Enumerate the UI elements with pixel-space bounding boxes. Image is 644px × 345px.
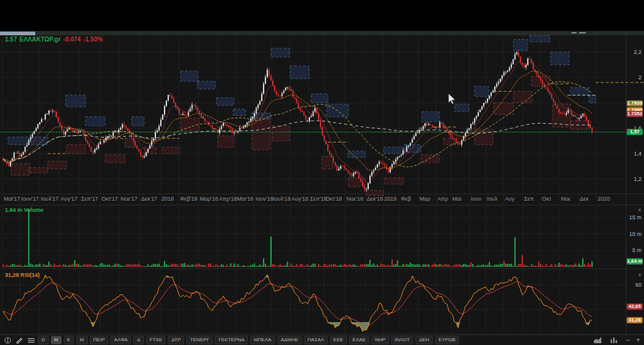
symbol-info: 1.57ΕΛΛΑΚΤΩΡ.gr-0.074-1.50% xyxy=(5,36,103,43)
ticker-button-ΜΠΕΛΑ[interactable]: ΜΠΕΛΑ xyxy=(250,336,275,344)
trading-app: 1.57ΕΛΛΑΚΤΩΡ.gr-0.074-1.50% 1.64 m Volum… xyxy=(0,0,644,345)
volume-close-button[interactable]: x xyxy=(638,207,641,212)
time-axis-label: Δεκ xyxy=(580,196,589,202)
ticker-button-ΕΕΕ[interactable]: ΕΕΕ xyxy=(330,336,347,344)
scrollbar-mark xyxy=(572,32,577,33)
time-axis-label: Ιουλ'17 xyxy=(41,196,59,202)
time-axis-label: Φεβ'18 xyxy=(180,196,197,202)
ticker-button-ΙΝΛΟΤ[interactable]: ΙΝΛΟΤ xyxy=(391,336,413,344)
ticker-button-ΕΧΑΕ[interactable]: ΕΧΑΕ xyxy=(349,336,369,344)
time-axis-label: Δεκ'18 xyxy=(367,196,383,202)
volume-value: 1.64 m xyxy=(5,207,22,213)
volume-last-tag: 1,64 m xyxy=(627,258,643,264)
ticker-button-ΑΔΜΗΕ[interactable]: ΑΔΜΗΕ xyxy=(277,336,302,344)
volume-tick-label: 15 m xyxy=(629,214,642,221)
time-axis-label: Νοε'18 xyxy=(346,196,363,202)
price-tick-label: 1,4 xyxy=(633,151,642,157)
rsi-close-button[interactable]: x xyxy=(638,272,641,277)
ticker-button-Ε[interactable]: Ε xyxy=(64,336,74,344)
time-axis-label: Αυγ xyxy=(505,196,514,202)
time-axis[interactable]: Μαϊ'17Ιουν'17Ιουλ'17Αυγ'17Σεπ'17Οκτ'17Νο… xyxy=(0,196,626,204)
volume-tick-label: 5 m xyxy=(632,247,642,253)
toolbar-right: − + xyxy=(593,335,640,344)
volume-indicator-title: 1.64 m Volume xyxy=(5,207,43,213)
ticker-button-D[interactable]: D xyxy=(38,336,49,344)
time-axis-label: Μαρ xyxy=(419,196,431,202)
time-axis-label: Αυγ'18 xyxy=(291,196,308,202)
time-axis-label: Ιουλ'18 xyxy=(273,196,291,202)
time-axis-label: Μαι xyxy=(452,196,462,202)
ticker-button-ΔΕΗ[interactable]: ΔΕΗ xyxy=(415,336,432,344)
time-axis-label: Οκτ'17 xyxy=(101,196,118,202)
scrollbar-thumb[interactable] xyxy=(0,32,35,35)
time-axis-label: Φεβ xyxy=(401,196,411,202)
rsi-value-tag: 42,65 xyxy=(627,304,643,310)
ticker-button-FTSE[interactable]: FTSE xyxy=(146,336,166,344)
ticker-button-strip: DΗΕΜΠΕΙΡΑΛΦΑΔFTSEΔΤΡΤΕΝΕΡΓΓΕΚΤΕΡΝΑΜΠΕΛΑΑ… xyxy=(38,336,459,344)
ticker-button-ΔΤΡ[interactable]: ΔΤΡ xyxy=(168,336,184,344)
time-axis-label: Απρ'18 xyxy=(219,196,237,202)
bar-chart-icon[interactable] xyxy=(609,336,619,344)
volume-label: Volume xyxy=(22,207,43,213)
symbol-name: ΕΛΛΑΚΤΩΡ.gr xyxy=(19,36,61,43)
rsi-label: RSI(14) xyxy=(19,272,40,278)
time-axis-label: Αυγ'17 xyxy=(61,196,77,202)
ma-price-tag: 1.7939 xyxy=(627,100,643,107)
bottom-toolbar: DΗΕΜΠΕΙΡΑΛΦΑΔFTSEΔΤΡΤΕΝΕΡΓΓΕΚΤΕΡΝΑΜΠΕΛΑΑ… xyxy=(0,334,644,345)
price-tick-label: 2,2 xyxy=(633,49,642,55)
ticker-button-ΓΕΚΤΕΡΝΑ[interactable]: ΓΕΚΤΕΡΝΑ xyxy=(215,336,248,344)
zoom-in-button[interactable]: + xyxy=(636,336,640,344)
price-tick-label: 1,2 xyxy=(633,176,642,182)
ticker-button-Η[interactable]: Η xyxy=(51,336,62,344)
time-axis-label: Μαϊ'17 xyxy=(4,196,20,202)
time-axis-label: Μαι'18 xyxy=(237,196,253,202)
time-axis-label: Μαρ'18 xyxy=(200,196,218,202)
price-change: -0.074 xyxy=(63,36,80,43)
ma-price-tag: 1.7252 xyxy=(627,111,643,117)
last-price-tag: 1,57 xyxy=(627,129,643,135)
time-axis-label: Δεκ'17 xyxy=(141,196,157,202)
rsi-tick-label: 60 xyxy=(635,282,642,288)
ticker-button-Δ[interactable]: Δ xyxy=(133,336,144,344)
price-change-pct: -1.50% xyxy=(83,36,103,43)
volume-tick-label: 10 m xyxy=(629,231,642,237)
time-axis-label: Απρ xyxy=(437,196,448,202)
price-axis[interactable]: 2,221,81,61,41,21.79391.74801.72521,57x1… xyxy=(626,0,644,334)
time-scrollbar[interactable] xyxy=(0,31,644,35)
indicators-list-icon[interactable] xyxy=(26,336,36,344)
time-axis-label: Ιουν xyxy=(471,196,481,202)
area-chart-icon[interactable] xyxy=(593,336,603,344)
time-axis-label: Οκτ'18 xyxy=(325,196,342,202)
time-axis-label: 2020 xyxy=(598,196,610,202)
time-axis-label: Οκτ xyxy=(542,196,551,202)
zoom-out-button[interactable]: − xyxy=(625,336,630,344)
ticker-button-ΤΕΝΕΡΓ[interactable]: ΤΕΝΕΡΓ xyxy=(186,336,213,344)
ticker-button-Μ[interactable]: Μ xyxy=(76,336,88,344)
info-icon[interactable] xyxy=(2,336,12,344)
time-axis-label: Ιουν'18 xyxy=(255,196,273,202)
ticker-button-ΠΕΙΡ[interactable]: ΠΕΙΡ xyxy=(90,336,109,344)
time-axis-label: Νοε xyxy=(561,196,571,202)
draw-icon[interactable] xyxy=(14,336,24,344)
rsi-value-tag: 31,28 xyxy=(627,317,643,323)
chart-canvas[interactable] xyxy=(0,0,644,345)
time-axis-label: 2018 xyxy=(161,196,174,202)
time-axis-label: Σεπ xyxy=(524,196,534,202)
time-axis-label: Νοε'17 xyxy=(121,196,137,202)
time-axis-label: Ιουν'17 xyxy=(21,196,39,202)
ticker-button-ΑΛΦΑ[interactable]: ΑΛΦΑ xyxy=(110,336,131,344)
rsi-indicator-title: 31,28 RSI(14) xyxy=(5,272,40,278)
time-axis-label: 2019 xyxy=(384,196,397,202)
ticker-button-ΕΥΡΩΒ[interactable]: ΕΥΡΩΒ xyxy=(435,336,459,344)
time-axis-label: Σεπ'17 xyxy=(81,196,98,202)
last-price: 1.57 xyxy=(5,36,17,43)
ticker-button-ΠΑΣΑΛ[interactable]: ΠΑΣΑΛ xyxy=(304,336,328,344)
rsi-value: 31,28 xyxy=(5,272,19,278)
ticker-button-ΝΗΡ[interactable]: ΝΗΡ xyxy=(371,336,389,344)
price-tick-label: 2 xyxy=(638,74,642,81)
scrollbar-mark xyxy=(579,32,586,33)
time-axis-label: Ιουλ xyxy=(487,196,497,202)
time-axis-label: Σεπ'18 xyxy=(310,196,327,202)
